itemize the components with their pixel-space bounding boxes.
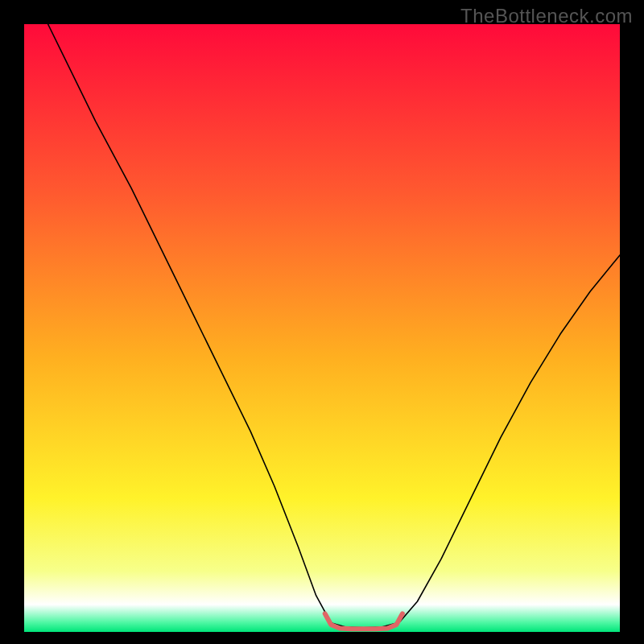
bottleneck-chart (0, 0, 644, 644)
chart-frame: TheBottleneck.com (0, 0, 644, 644)
gradient-background (24, 24, 620, 632)
